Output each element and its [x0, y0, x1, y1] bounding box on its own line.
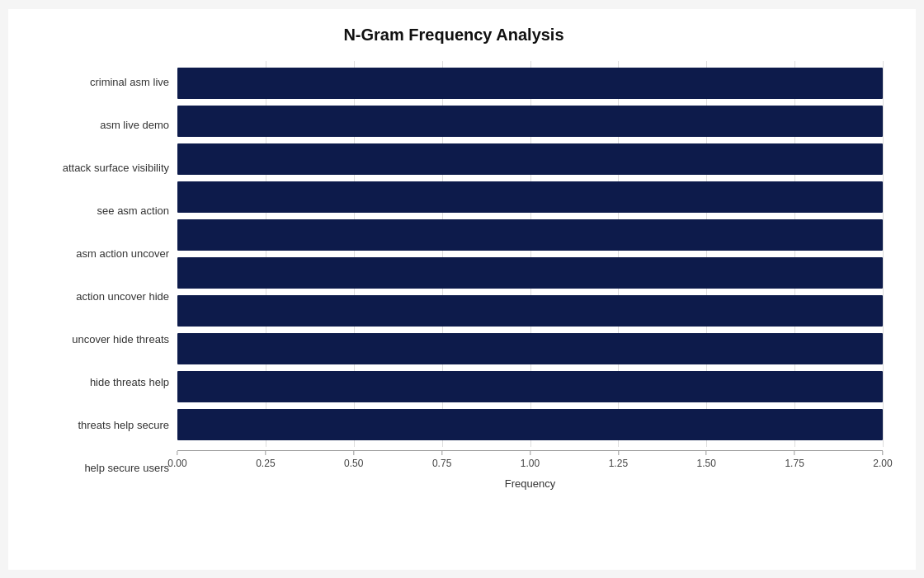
- bar: [177, 219, 883, 251]
- bar-row: [177, 292, 883, 330]
- bar: [177, 68, 883, 99]
- y-label: see asm action: [25, 201, 169, 221]
- bar-row: [177, 178, 883, 216]
- bar: [177, 371, 883, 402]
- bar-row: [177, 216, 883, 254]
- bar: [177, 295, 883, 327]
- bar: [177, 143, 883, 175]
- y-label: criminal asm live: [25, 73, 169, 92]
- x-tick-label: 0.00: [167, 458, 186, 469]
- y-label: uncover hide threats: [25, 330, 169, 350]
- bar-row: [177, 102, 883, 140]
- x-tick-line: [794, 451, 795, 455]
- x-tick-line: [706, 451, 707, 455]
- y-label: help secure users: [25, 458, 169, 478]
- bar-row: [177, 330, 883, 368]
- x-tick-line: [441, 451, 442, 455]
- x-tick-label: 0.50: [344, 458, 363, 469]
- x-tick-line: [353, 451, 354, 455]
- x-tick: 0.75: [432, 451, 451, 469]
- bar: [177, 181, 883, 213]
- chart-title: N-Gram Frequency Analysis: [25, 26, 883, 45]
- x-tick: 0.50: [344, 451, 363, 469]
- x-tick: 1.50: [697, 451, 716, 469]
- y-label: hide threats help: [25, 373, 169, 392]
- bar: [177, 409, 883, 440]
- x-tick-label: 1.00: [521, 458, 540, 469]
- x-tick-line: [618, 451, 619, 455]
- x-tick-label: 1.75: [785, 458, 804, 469]
- x-tick-label: 0.75: [432, 458, 451, 469]
- x-tick-line: [882, 451, 883, 455]
- chart-container: N-Gram Frequency Analysis criminal asm l…: [8, 9, 916, 570]
- bar: [177, 333, 883, 364]
- bar-row: [177, 140, 883, 178]
- x-tick: 1.25: [609, 451, 628, 469]
- bar-row: [177, 406, 883, 444]
- x-tick-label: 2.00: [873, 458, 892, 469]
- x-tick: 1.75: [785, 451, 804, 469]
- y-label: asm action uncover: [25, 244, 169, 264]
- x-tick: 2.00: [873, 451, 892, 469]
- y-label: asm live demo: [25, 115, 169, 135]
- bars-area: [177, 61, 883, 447]
- x-tick-line: [530, 451, 530, 455]
- y-label: threats help secure: [25, 416, 169, 435]
- x-tick: 0.25: [256, 451, 275, 469]
- x-tick-label: 1.25: [609, 458, 628, 469]
- bar: [177, 257, 883, 289]
- bar: [177, 106, 883, 137]
- x-tick-line: [265, 451, 266, 455]
- y-label: action uncover hide: [25, 287, 169, 307]
- x-axis-title: Frequency: [177, 477, 883, 490]
- bar-row: [177, 64, 883, 102]
- x-axis: 0.000.250.500.751.001.251.501.752.00: [177, 450, 883, 472]
- y-label: attack surface visibility: [25, 158, 169, 178]
- bar-row: [177, 254, 883, 292]
- bar-row: [177, 368, 883, 406]
- chart-area: criminal asm liveasm live demoattack sur…: [25, 61, 883, 490]
- x-tick-label: 1.50: [697, 458, 716, 469]
- x-tick: 0.00: [167, 451, 186, 469]
- x-tick-line: [177, 451, 177, 455]
- x-tick-label: 0.25: [256, 458, 275, 469]
- y-axis: criminal asm liveasm live demoattack sur…: [25, 61, 177, 490]
- grid-line: [883, 61, 884, 447]
- x-tick: 1.00: [521, 451, 540, 469]
- bars-and-xaxis: 0.000.250.500.751.001.251.501.752.00 Fre…: [177, 61, 883, 490]
